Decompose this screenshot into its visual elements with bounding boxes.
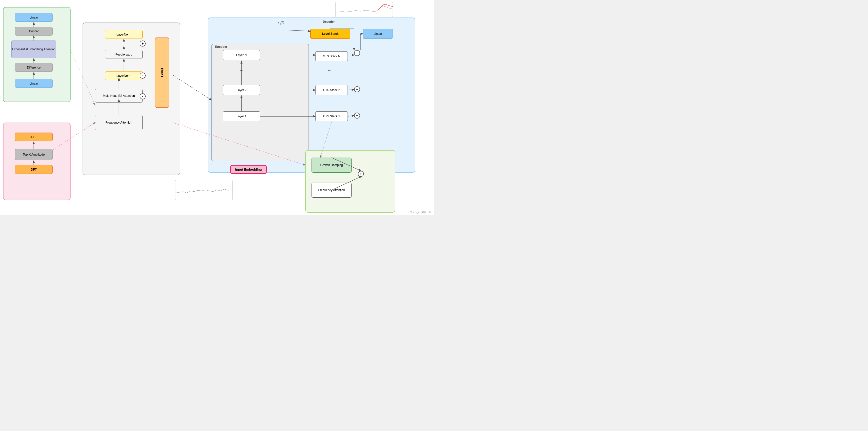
topk-label: Top-K Amplitude <box>23 153 44 156</box>
box-level: Level <box>155 37 169 107</box>
box-layer-2: Layer 2 <box>223 85 260 95</box>
gs-1-label: G+S Stack 1 <box>323 115 340 118</box>
freq-attention-mid-label: Frequency Attention <box>105 121 132 124</box>
diagram-container: Linear Concat Exponential Smoothing Atte… <box>0 0 434 215</box>
encoder-dots: ... <box>240 67 244 72</box>
label-input-embedding: Input Embedding <box>230 165 267 174</box>
chart-bottom-middle <box>175 180 233 200</box>
box-freq-attention-br: Frequency Attention <box>312 183 351 197</box>
freq-attention-br-label: Frequency Attention <box>318 188 345 192</box>
box-concat: Concat <box>15 27 53 35</box>
box-level-stack: Level Stack <box>310 29 350 39</box>
box-gs-1: G+S Stack 1 <box>315 111 348 121</box>
layer-1-label: Layer 1 <box>237 115 246 118</box>
layernorm-bot-label: LayerNorm <box>116 74 131 78</box>
box-layernorm-top: LayerNorm <box>105 30 143 39</box>
circle-plus-gs1-right: + <box>354 113 360 119</box>
difference-label: Difference <box>27 66 40 69</box>
circle-plus-br: + <box>358 171 364 177</box>
gs-n-label: G+S Stack N <box>323 55 340 58</box>
circle-plus-1: + <box>140 40 146 47</box>
box-difference: Difference <box>15 63 53 72</box>
box-dft: DFT <box>15 165 53 174</box>
box-layer-n: Layer N <box>223 50 260 60</box>
box-multihead: Multi-Head ES Attention <box>95 89 143 102</box>
layernorm-top-label: LayerNorm <box>116 33 131 36</box>
circle-minus-1: - <box>140 72 146 79</box>
box-gs-2: G+S Stack 2 <box>315 85 348 95</box>
feedforward-label: Feedforward <box>115 53 132 56</box>
linear-decoder-label: Linear <box>374 32 382 35</box>
level-label: Level <box>160 68 164 77</box>
encoder-label: Encoder <box>215 45 227 49</box>
layer-n-label: Layer N <box>236 53 247 57</box>
layer-2-label: Layer 2 <box>237 88 246 92</box>
box-linear-bottom: Linear <box>15 79 53 88</box>
circle-plus-decoder: + <box>354 50 360 56</box>
input-embedding-label: Input Embedding <box>235 167 262 171</box>
box-idft: iDFT <box>15 132 53 141</box>
watermark: CSDN-@小猪算法屋 <box>408 211 431 214</box>
box-gs-n: G+S Stack N <box>315 51 348 61</box>
math-label-et: Et(N) <box>278 21 284 26</box>
multihead-label: Multi-Head ES Attention <box>103 94 135 98</box>
box-freq-attention-mid: Frequency Attention <box>95 115 143 130</box>
decoder-label: Decoder <box>323 20 335 24</box>
chart-top-right <box>335 2 393 17</box>
linear-top-label: Linear <box>30 16 38 19</box>
concat-label: Concat <box>29 30 38 33</box>
box-topk: Top-K Amplitude <box>15 149 53 160</box>
panel-encoder <box>211 44 309 161</box>
box-feedforward: Feedforward <box>105 50 143 59</box>
gs-dots: ... <box>328 67 332 72</box>
circle-plus-gs-right: + <box>354 86 360 92</box>
growth-damping-label: Growth Damping <box>320 163 343 167</box>
es-attention-label: Exponential Smoothing Attention <box>12 48 55 51</box>
box-layernorm-bot: LayerNorm <box>105 71 143 80</box>
box-layer-1: Layer 1 <box>223 111 260 121</box>
linear-bottom-label: Linear <box>30 82 38 85</box>
gs-2-label: G+S Stack 2 <box>323 88 340 92</box>
idft-label: iDFT <box>31 135 37 139</box>
level-stack-label: Level Stack <box>322 32 339 35</box>
box-growth-damping: Growth Damping <box>312 158 351 173</box>
circle-minus-2: - <box>140 93 146 99</box>
box-es-attention: Exponential Smoothing Attention <box>11 40 56 58</box>
dft-label: DFT <box>31 168 36 171</box>
box-linear-top: Linear <box>15 13 53 22</box>
box-linear-decoder: Linear <box>363 29 393 39</box>
